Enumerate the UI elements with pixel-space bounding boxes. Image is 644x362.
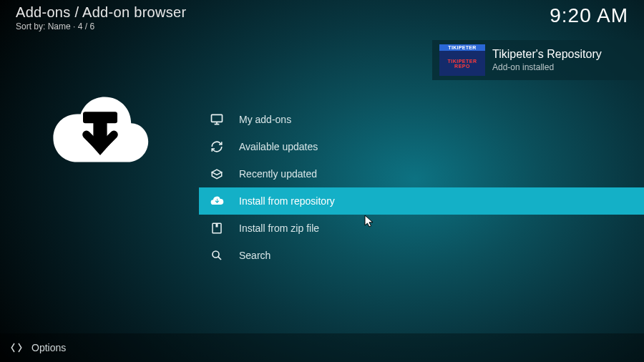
- clock: 9:20 AM: [550, 4, 628, 27]
- menu-item-label: Search: [239, 250, 270, 261]
- menu-item-my-addons[interactable]: My add-ons: [199, 106, 644, 133]
- svg-rect-1: [212, 114, 223, 122]
- menu-item-install-from-zip[interactable]: Install from zip file: [199, 215, 644, 242]
- menu-item-search[interactable]: Search: [199, 242, 644, 269]
- options-button[interactable]: Options: [31, 342, 66, 353]
- sort-separator: ·: [73, 21, 78, 31]
- svg-point-3: [213, 251, 219, 258]
- toast-thumbnail: TIKIPETER TIKIPETER REPO: [439, 44, 485, 76]
- options-keys-icon: [10, 341, 23, 354]
- menu-item-label: Install from repository: [239, 195, 335, 207]
- refresh-icon: [209, 139, 225, 155]
- toast-thumb-main: TIKIPETER REPO: [439, 51, 485, 76]
- toast-thumb-top: TIKIPETER: [439, 44, 485, 51]
- menu-item-label: Install from zip file: [239, 222, 319, 234]
- addon-browser-menu: My add-ons Available updates Recently up…: [199, 106, 644, 269]
- header: Add-ons / Add-on browser Sort by: Name ·…: [16, 4, 628, 31]
- breadcrumb: Add-ons / Add-on browser: [16, 4, 628, 21]
- box-open-icon: [209, 166, 225, 182]
- footer-bar: Options: [0, 333, 644, 362]
- toast-title: Tikipeter's Repository: [492, 48, 637, 61]
- sort-line: Sort by: Name · 4 / 6: [16, 21, 628, 31]
- menu-item-label: My add-ons: [239, 114, 291, 125]
- screen-icon: [209, 112, 225, 127]
- menu-item-recently-updated[interactable]: Recently updated: [199, 160, 644, 187]
- menu-item-label: Available updates: [239, 141, 318, 152]
- list-position: 4 / 6: [78, 21, 94, 31]
- section-hero-icon: [43, 75, 157, 190]
- search-icon: [209, 248, 225, 263]
- toast-text: Tikipeter's Repository Add-on installed: [492, 48, 637, 72]
- menu-item-available-updates[interactable]: Available updates: [199, 133, 644, 160]
- cloud-download-icon: [209, 193, 225, 209]
- zip-file-icon: [209, 220, 225, 236]
- menu-item-install-from-repository[interactable]: Install from repository: [199, 187, 644, 215]
- notification-toast[interactable]: TIKIPETER TIKIPETER REPO Tikipeter's Rep…: [432, 40, 644, 80]
- menu-item-label: Recently updated: [239, 168, 317, 180]
- sort-label: Sort by: Name: [16, 21, 71, 31]
- toast-subtitle: Add-on installed: [492, 62, 637, 72]
